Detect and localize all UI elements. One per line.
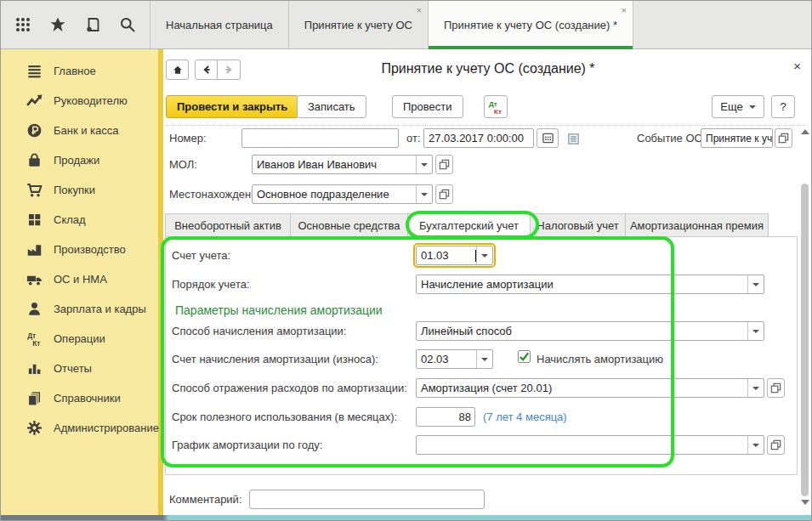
location-combo[interactable]: Основное подразделение [252, 184, 433, 204]
tab-accounting[interactable]: Бухгалтерский учет [407, 213, 530, 238]
method-combo[interactable]: Линейный способ [416, 321, 764, 341]
history-icon[interactable] [84, 16, 101, 33]
chevron-down-icon[interactable] [476, 350, 492, 368]
sidebar-item-warehouse[interactable]: Склад [1, 205, 158, 235]
dt-kt-icon: ДтКт [26, 331, 43, 347]
date-input[interactable]: 27.03.2017 0:00:00 [423, 128, 534, 148]
bar-chart-icon [26, 360, 43, 377]
page-title: Принятие к учету ОС (создание) * [163, 61, 812, 76]
depr-account-combo[interactable]: 02.03 [416, 349, 493, 369]
date-label: от: [406, 128, 421, 148]
number-input[interactable] [241, 128, 399, 148]
sidebar-item-purchases[interactable]: Покупки [1, 175, 158, 205]
mol-open-button[interactable] [435, 155, 453, 174]
top-tab-bar: Начальная страница Принятие к учету ОС ×… [1, 1, 812, 49]
tab-label: Внеоборотный актив [174, 219, 281, 232]
apps-menu-icon[interactable] [14, 16, 31, 33]
toolbar-divider [166, 125, 805, 126]
dt-kt-icon: ДтКт [487, 99, 504, 116]
open-form-icon [769, 439, 782, 451]
accrue-depreciation-label: Начислять амортизацию [537, 349, 663, 369]
button-label: Провести и закрыть [177, 100, 287, 113]
mol-combo[interactable]: Иванов Иван Иванович [252, 155, 433, 174]
tab-home-page[interactable]: Начальная страница [150, 1, 288, 48]
accrue-depreciation-checkbox[interactable] [518, 350, 531, 363]
tab-depreciation-bonus[interactable]: Амортизационная премия [625, 213, 769, 237]
help-button[interactable]: ? [771, 95, 795, 118]
tab-tax-accounting[interactable]: Налоговый учет [530, 213, 625, 237]
comment-input[interactable] [249, 490, 485, 509]
close-icon[interactable]: × [793, 59, 801, 73]
search-icon[interactable] [119, 16, 136, 33]
form-tabstrip: Внеоборотный актив Основные средства Бух… [165, 213, 769, 237]
chevron-down-icon [749, 105, 756, 109]
expense-method-label: Способ отражения расходов по амортизации… [172, 378, 407, 398]
sidebar-item-bank-cash[interactable]: Банк и касса [1, 116, 158, 145]
sidebar-item-payroll-hr[interactable]: Зарплата и кадры [1, 294, 158, 324]
calendar-button[interactable] [537, 128, 559, 148]
calendar-icon [542, 132, 554, 144]
sidebar-item-fixed-assets[interactable]: ОС и НМА [1, 264, 158, 294]
open-form-icon [777, 132, 790, 144]
order-combo[interactable]: Начисление амортизации [416, 275, 764, 294]
show-postings-button[interactable]: ДтКт [484, 95, 508, 118]
sidebar-item-label: Руководителю [54, 94, 128, 107]
chevron-down-icon[interactable] [747, 436, 764, 454]
field-value: Линейный способ [417, 325, 747, 337]
sidebar-item-label: Производство [54, 243, 126, 256]
shopping-bag-icon [26, 152, 43, 168]
check-icon [519, 351, 530, 362]
sidebar-item-administration[interactable]: Администрирование [1, 413, 158, 443]
close-icon[interactable]: × [417, 6, 422, 15]
scroll-down-arrow[interactable] [801, 500, 809, 505]
schedule-open-button[interactable] [767, 435, 785, 455]
button-label: ? [780, 100, 786, 113]
expense-method-open-button[interactable] [767, 378, 785, 398]
vertical-scrollbar [799, 127, 810, 507]
tab-noncurrent-asset[interactable]: Внеоборотный актив [165, 213, 290, 237]
sidebar-item-production[interactable]: Производство [1, 235, 158, 264]
chevron-down-icon[interactable] [416, 185, 432, 203]
chevron-down-icon[interactable] [476, 246, 492, 264]
sidebar-item-sales[interactable]: Продажи [1, 145, 158, 175]
sidebar-item-catalogs[interactable]: Справочники [1, 383, 158, 413]
window-bottom-edge [1, 515, 812, 520]
chevron-down-icon[interactable] [416, 156, 432, 173]
scroll-up-arrow[interactable] [801, 129, 809, 134]
svg-text:Кт: Кт [32, 339, 40, 347]
tab-fixed-asset-list[interactable]: Принятие к учету ОС × [288, 1, 428, 48]
sidebar-item-operations[interactable]: ДтКт Операции [1, 324, 158, 354]
open-form-icon [769, 382, 782, 394]
post-button[interactable]: Провести [392, 95, 463, 118]
related-documents-button[interactable] [564, 129, 582, 149]
more-button[interactable]: Еще [712, 95, 764, 118]
useful-life-input[interactable]: 88 [416, 407, 475, 427]
tab-fixed-asset-new[interactable]: Принятие к учету ОС (создание) * × [428, 1, 633, 48]
tab-label: Амортизационная премия [630, 219, 764, 232]
chevron-down-icon[interactable] [747, 379, 764, 397]
post-and-close-button[interactable]: Провести и закрыть [166, 95, 298, 118]
sidebar-item-reports[interactable]: Отчеты [1, 354, 158, 383]
event-combo[interactable]: Принятие к учету [701, 128, 773, 148]
chevron-down-icon[interactable] [747, 275, 764, 293]
schedule-combo[interactable] [416, 435, 764, 455]
event-open-button[interactable] [775, 128, 792, 148]
factory-icon [26, 241, 43, 258]
document-form: Принятие к учету ОС (создание) * × Прове… [163, 49, 812, 517]
chevron-down-icon[interactable] [747, 322, 764, 340]
expense-method-combo[interactable]: Амортизация (счет 20.01) [416, 378, 764, 398]
close-icon[interactable]: × [622, 6, 627, 15]
account-combo[interactable]: 01.03 [416, 246, 493, 265]
scroll-thumb[interactable] [801, 184, 809, 496]
sidebar-item-main[interactable]: Главное [1, 56, 158, 86]
location-open-button[interactable] [435, 184, 453, 204]
tab-label: Налоговый учет [537, 219, 618, 232]
write-button[interactable]: Записать [297, 95, 366, 118]
method-label: Способ начисления амортизации: [172, 321, 347, 341]
tab-fixed-assets[interactable]: Основные средства [290, 213, 407, 237]
warehouse-grid-icon [26, 212, 43, 228]
sidebar-item-label: Отчеты [54, 362, 92, 375]
favorites-star-icon[interactable] [49, 16, 66, 33]
sidebar-item-manager[interactable]: Руководителю [1, 86, 158, 116]
sidebar-item-label: Справочники [54, 392, 121, 405]
